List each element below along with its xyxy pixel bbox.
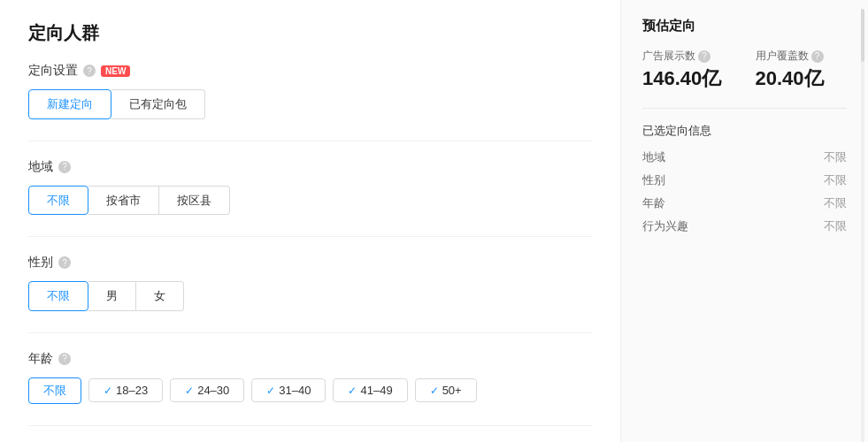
divider-3 <box>28 332 592 333</box>
region-info-icon[interactable]: ? <box>58 161 71 173</box>
selected-info-title: 已选定向信息 <box>642 123 847 139</box>
info-row-gender-label: 性别 <box>642 172 665 188</box>
region-unlimited-button[interactable]: 不限 <box>28 186 88 216</box>
info-row-age-label: 年龄 <box>642 195 665 211</box>
user-coverage-stat: 用户覆盖数 ? 20.40亿 <box>756 49 848 90</box>
age-label: 年龄 <box>28 351 53 367</box>
age-section: 年龄 ? 不限 ✓ 18–23 ✓ 24–30 ✓ 31–40 <box>28 351 592 404</box>
targeting-settings-btn-group: 新建定向 已有定向包 <box>28 89 592 119</box>
gender-label: 性别 <box>28 255 53 271</box>
info-row-behavior-label: 行为兴趣 <box>642 218 688 234</box>
scrollbar-track[interactable] <box>861 9 864 442</box>
info-row-region-value: 不限 <box>824 149 847 165</box>
region-by-province-button[interactable]: 按省市 <box>88 186 159 216</box>
region-btn-group: 不限 按省市 按区县 <box>28 186 592 216</box>
divider-1 <box>28 141 592 141</box>
region-by-district-button[interactable]: 按区县 <box>159 186 230 216</box>
info-row-behavior-value: 不限 <box>824 218 847 234</box>
info-row-region: 地域 不限 <box>642 149 847 165</box>
info-row-gender: 性别 不限 <box>642 172 847 188</box>
gender-info-icon[interactable]: ? <box>58 256 71 269</box>
ad-impressions-label: 广告展示数 ? <box>642 49 734 64</box>
targeting-settings-label: 定向设置 <box>28 63 78 79</box>
ad-impressions-value: 146.40亿 <box>642 67 734 90</box>
gender-header: 性别 ? <box>28 255 592 271</box>
page-title: 定向人群 <box>28 21 592 45</box>
estimate-title: 预估定向 <box>642 18 847 34</box>
gender-male-button[interactable]: 男 <box>88 281 136 311</box>
region-section: 地域 ? 不限 按省市 按区县 <box>28 159 592 216</box>
region-label: 地域 <box>28 159 53 175</box>
age-header: 年龄 ? <box>28 351 592 367</box>
divider-2 <box>28 236 592 237</box>
age-24-30-button[interactable]: ✓ 24–30 <box>170 378 244 402</box>
targeting-settings-section: 定向设置 ? NEW 新建定向 已有定向包 <box>28 63 592 119</box>
targeting-settings-header: 定向设置 ? NEW <box>28 63 592 79</box>
user-coverage-label: 用户覆盖数 ? <box>756 49 848 64</box>
gender-btn-group: 不限 男 女 <box>28 281 592 311</box>
existing-targeting-button[interactable]: 已有定向包 <box>111 89 205 119</box>
info-row-behavior: 行为兴趣 不限 <box>642 218 847 234</box>
scrollbar-thumb[interactable] <box>861 9 864 62</box>
user-coverage-info-icon[interactable]: ? <box>811 50 824 63</box>
new-badge: NEW <box>101 65 130 77</box>
main-panel: 定向人群 定向设置 ? NEW 新建定向 已有定向包 地域 ? 不限 按省市 <box>0 0 620 442</box>
info-row-age-value: 不限 <box>824 195 847 211</box>
age-18-23-button[interactable]: ✓ 18–23 <box>88 378 163 402</box>
check-mark-31-40: ✓ <box>266 385 275 397</box>
age-btn-group: 不限 ✓ 18–23 ✓ 24–30 ✓ 31–40 ✓ 41–49 <box>28 377 592 404</box>
age-unlimited-button[interactable]: 不限 <box>28 377 81 404</box>
age-info-icon[interactable]: ? <box>58 353 71 365</box>
info-row-gender-value: 不限 <box>824 172 847 188</box>
age-31-40-button[interactable]: ✓ 31–40 <box>251 378 326 402</box>
check-mark-50-plus: ✓ <box>430 385 439 397</box>
targeting-settings-info-icon[interactable]: ? <box>83 65 96 77</box>
age-41-49-button[interactable]: ✓ 41–49 <box>333 378 407 402</box>
stats-row: 广告展示数 ? 146.40亿 用户覆盖数 ? 20.40亿 <box>642 49 847 90</box>
gender-unlimited-button[interactable]: 不限 <box>28 281 88 311</box>
right-panel: 预估定向 广告展示数 ? 146.40亿 用户覆盖数 ? 20.40亿 已选定向… <box>620 0 868 442</box>
ad-impressions-info-icon[interactable]: ? <box>698 50 711 63</box>
check-mark-24-30: ✓ <box>185 385 194 397</box>
new-targeting-button[interactable]: 新建定向 <box>28 89 111 119</box>
info-row-region-label: 地域 <box>642 149 665 165</box>
user-coverage-value: 20.40亿 <box>756 67 848 90</box>
divider-4 <box>28 425 592 426</box>
ad-impressions-stat: 广告展示数 ? 146.40亿 <box>642 49 734 90</box>
gender-section: 性别 ? 不限 男 女 <box>28 255 592 311</box>
info-row-age: 年龄 不限 <box>642 195 847 211</box>
check-mark-18-23: ✓ <box>104 385 112 397</box>
check-mark-41-49: ✓ <box>348 385 357 397</box>
gender-female-button[interactable]: 女 <box>136 281 184 311</box>
right-panel-divider <box>642 108 847 109</box>
age-50-plus-button[interactable]: ✓ 50+ <box>415 378 477 402</box>
region-header: 地域 ? <box>28 159 592 175</box>
